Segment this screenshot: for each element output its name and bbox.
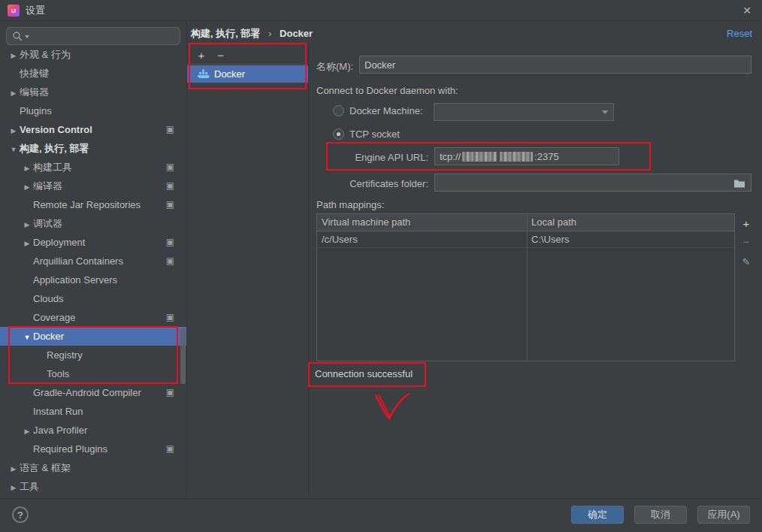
ok-button[interactable]: 确定: [571, 506, 624, 524]
add-button[interactable]: +: [193, 47, 210, 64]
chevron-collapsed-icon[interactable]: ▶: [21, 422, 33, 441]
sidebar-item[interactable]: ▶Version Control▣: [0, 120, 186, 139]
chevron-collapsed-icon[interactable]: ▶: [8, 479, 20, 497]
close-button[interactable]: ✕: [742, 0, 751, 21]
sidebar-item[interactable]: ▶编辑器: [0, 83, 186, 101]
path-mappings-table: Virtual machine pathLocal path /c/UsersC…: [316, 213, 735, 361]
sidebar-item[interactable]: ▶构建工具▣: [0, 158, 186, 177]
sidebar-item[interactable]: Tools: [0, 364, 186, 383]
chevron-expanded-icon[interactable]: ▼: [8, 141, 20, 159]
shared-settings-icon: ▣: [166, 195, 174, 214]
path-mappings-label: Path mappings:: [316, 199, 384, 210]
reset-link[interactable]: Reset: [727, 21, 752, 47]
chevron-collapsed-icon[interactable]: ▶: [21, 178, 33, 197]
sidebar-item-label: Arquillian Containers: [33, 255, 123, 267]
chevron-collapsed-icon[interactable]: ▶: [21, 234, 33, 253]
sidebar-item[interactable]: Registry: [0, 346, 186, 364]
search-icon: [12, 31, 23, 42]
docker-machine-select[interactable]: [434, 103, 614, 121]
docker-list-item[interactable]: Docker: [187, 65, 308, 83]
sidebar-item-label: Registry: [47, 349, 83, 361]
chevron-expanded-icon[interactable]: ▼: [21, 328, 33, 347]
shared-settings-icon: ▣: [166, 440, 174, 458]
chevron-collapsed-icon[interactable]: ▶: [8, 84, 20, 103]
column-divider: [527, 214, 528, 361]
close-icon: ✕: [742, 5, 751, 17]
shared-settings-icon: ▣: [166, 233, 174, 252]
docker-list-item-label: Docker: [214, 68, 245, 80]
search-input[interactable]: [6, 27, 180, 45]
edit-mapping-button[interactable]: ✎: [739, 255, 753, 269]
sidebar-item[interactable]: ▶编译器▣: [0, 177, 186, 195]
tcp-socket-label: TCP socket: [349, 128, 400, 140]
sidebar-item[interactable]: 快捷键: [0, 64, 186, 83]
docker-icon: [198, 69, 210, 80]
sidebar-item[interactable]: ▼Docker: [0, 327, 186, 346]
breadcrumb: 构建, 执行, 部署 › Docker: [191, 21, 313, 47]
sidebar-item[interactable]: Coverage▣: [0, 308, 186, 327]
engine-api-label: Engine API URL:: [316, 152, 428, 163]
shared-settings-icon: ▣: [166, 120, 174, 139]
sidebar-item-label: 构建工具: [33, 162, 72, 173]
cancel-button[interactable]: 取消: [634, 506, 687, 524]
sidebar-item-label: Java Profiler: [33, 425, 87, 436]
sidebar-item[interactable]: ▼构建, 执行, 部署: [0, 139, 186, 158]
tcp-socket-radio[interactable]: TCP socket: [333, 128, 400, 140]
connection-status: Connection successful: [315, 368, 413, 379]
chevron-collapsed-icon[interactable]: ▶: [8, 122, 20, 141]
sidebar-item-label: Remote Jar Repositories: [33, 199, 141, 210]
panel-divider: [308, 47, 309, 499]
cert-folder-input[interactable]: [434, 174, 751, 192]
path-mapping-row[interactable]: /c/UsersC:\Users: [317, 231, 734, 247]
sidebar-scrollbar[interactable]: [180, 328, 186, 384]
add-mapping-button[interactable]: +: [739, 217, 753, 231]
name-input[interactable]: [359, 56, 751, 74]
engine-api-input[interactable]: tcp:// :2375: [434, 147, 619, 165]
help-icon: ?: [17, 509, 23, 521]
redacted-text: [500, 152, 533, 162]
breadcrumb-item[interactable]: 构建, 执行, 部署: [191, 28, 260, 39]
sidebar-item[interactable]: ▶Deployment▣: [0, 233, 186, 252]
path-mapping-cell: /c/Users: [317, 231, 527, 247]
intellij-logo: IJ: [8, 5, 20, 17]
chevron-collapsed-icon[interactable]: ▶: [21, 216, 33, 234]
sidebar-item[interactable]: Plugins: [0, 101, 186, 120]
settings-tree: ▶外观 & 行为快捷键▶编辑器Plugins▶Version Control▣▼…: [0, 45, 186, 496]
chevron-collapsed-icon[interactable]: ▶: [8, 47, 20, 65]
sidebar-item[interactable]: Application Servers: [0, 271, 186, 289]
sidebar-item[interactable]: ▶语言 & 框架: [0, 458, 186, 477]
radio-unchecked-icon: [333, 105, 344, 116]
sidebar-item[interactable]: Instant Run: [0, 402, 186, 421]
breadcrumb-item[interactable]: Docker: [280, 28, 313, 39]
docker-machine-radio[interactable]: Docker Machine:: [333, 105, 423, 116]
remove-mapping-button[interactable]: −: [739, 235, 753, 249]
sidebar-item[interactable]: Gradle-Android Compiler▣: [0, 383, 186, 402]
sidebar-item-label: Clouds: [33, 293, 63, 304]
list-toolbar: + −: [187, 47, 308, 65]
help-button[interactable]: ?: [12, 506, 29, 523]
sidebar-item-label: Coverage: [33, 312, 75, 323]
sidebar-item-label: 快捷键: [20, 68, 49, 79]
annotation-checkmark: [370, 391, 415, 424]
radio-checked-icon: [333, 128, 344, 140]
sidebar-item-label: Deployment: [33, 237, 85, 248]
chevron-collapsed-icon[interactable]: ▶: [8, 460, 20, 479]
sidebar-item[interactable]: Clouds: [0, 289, 186, 308]
sidebar-item-label: 工具: [20, 481, 39, 492]
sidebar-item[interactable]: ▶调试器: [0, 214, 186, 233]
sidebar-item[interactable]: ▶外观 & 行为: [0, 45, 186, 64]
chevron-down-icon: [602, 110, 608, 114]
chevron-collapsed-icon[interactable]: ▶: [21, 159, 33, 178]
sidebar-item[interactable]: ▶工具: [0, 477, 186, 496]
apply-button[interactable]: 应用(A): [697, 506, 750, 524]
sidebar-item[interactable]: ▶Java Profiler: [0, 421, 186, 440]
folder-icon[interactable]: [733, 179, 745, 188]
sidebar-item-label: Application Servers: [33, 274, 117, 286]
sidebar: ▶外观 & 行为快捷键▶编辑器Plugins▶Version Control▣▼…: [0, 21, 186, 499]
sidebar-item[interactable]: Required Plugins▣: [0, 440, 186, 458]
path-mappings-body: /c/UsersC:\Users: [317, 231, 734, 247]
remove-button[interactable]: −: [213, 47, 229, 64]
sidebar-item[interactable]: Arquillian Containers▣: [0, 252, 186, 271]
connect-label: Connect to Docker daemon with:: [316, 85, 458, 96]
sidebar-item[interactable]: Remote Jar Repositories▣: [0, 195, 186, 214]
